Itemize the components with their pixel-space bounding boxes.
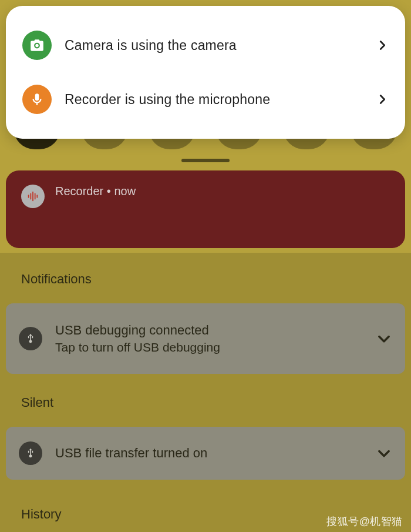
notification-usb-file-transfer[interactable]: USB file transfer turned on (6, 427, 405, 480)
sound-wave-icon (21, 185, 45, 208)
usb-icon (19, 441, 42, 465)
notification-title: USB debugging connected (55, 322, 363, 339)
privacy-camera-label: Camera is using the camera (65, 38, 363, 53)
notification-usb-debugging-text: USB debugging connected Tap to turn off … (55, 322, 363, 356)
drag-handle[interactable] (181, 159, 230, 162)
notification-usb-file-text: USB file transfer turned on (55, 444, 363, 462)
privacy-mic-label: Recorder is using the microphone (65, 92, 363, 108)
watermark: 搜狐号@机智猫 (326, 514, 403, 528)
chevron-down-icon[interactable] (376, 445, 392, 461)
notification-usb-debugging[interactable]: USB debugging connected Tap to turn off … (6, 303, 405, 374)
section-silent: Silent (21, 395, 53, 410)
camera-icon (22, 31, 52, 60)
chevron-down-icon[interactable] (376, 330, 392, 347)
notification-title: USB file transfer turned on (55, 444, 363, 462)
notification-subtitle: Tap to turn off USB debugging (55, 339, 363, 356)
privacy-indicators-card: Camera is using the camera Recorder is u… (6, 6, 405, 139)
background-scrim (0, 253, 411, 532)
chevron-right-icon (376, 93, 389, 106)
privacy-row-camera[interactable]: Camera is using the camera (16, 20, 395, 71)
usb-icon (19, 327, 42, 350)
section-notifications: Notifications (21, 272, 92, 287)
microphone-icon (22, 85, 52, 114)
recorder-headsup-title: Recorder • now (55, 185, 136, 198)
recorder-headsup-card[interactable]: Recorder • now (6, 170, 405, 248)
section-history: History (21, 507, 61, 522)
chevron-right-icon (376, 39, 389, 52)
privacy-row-microphone[interactable]: Recorder is using the microphone (16, 74, 395, 125)
